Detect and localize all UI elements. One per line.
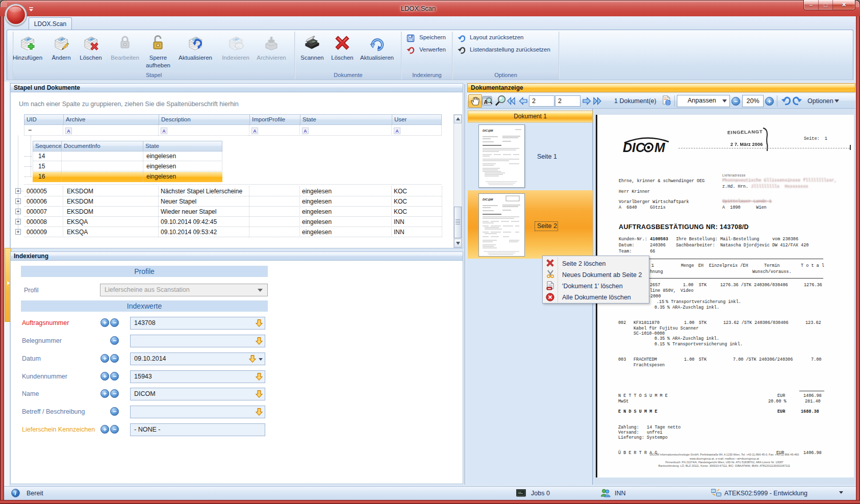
svg-text:M: M xyxy=(654,140,666,155)
svg-text:DIC◎M: DIC◎M xyxy=(483,198,494,201)
svg-text:DIC◎M: DIC◎M xyxy=(483,129,494,132)
